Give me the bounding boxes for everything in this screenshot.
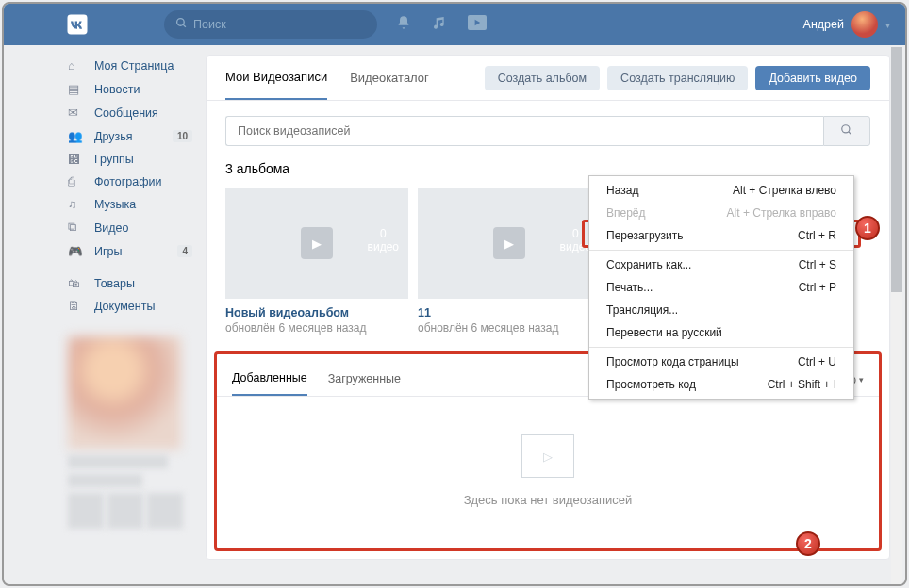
ctx-reload[interactable]: ПерезагрузитьCtrl + R xyxy=(589,224,853,247)
note-icon: ♫ xyxy=(68,198,85,211)
ctx-back[interactable]: НазадAlt + Стрелка влево xyxy=(589,179,853,202)
ctx-save-as[interactable]: Сохранить как...Ctrl + S xyxy=(589,253,853,276)
album-item[interactable]: ▶0видео 11 обновлён 6 месяцев назад xyxy=(418,188,601,335)
home-icon: ⌂ xyxy=(68,59,85,73)
scrollbar[interactable] xyxy=(891,47,902,586)
film-icon: ⧉ xyxy=(68,220,85,235)
sidebar-item-music[interactable]: ♫Музыка xyxy=(68,193,192,216)
sidebar-item-video[interactable]: ⧉Видео xyxy=(68,216,192,239)
sidebar-item-market[interactable]: 🛍Товары xyxy=(68,272,192,295)
vk-logo[interactable] xyxy=(64,11,91,38)
video-play-icon[interactable] xyxy=(468,15,487,30)
sidebar: ⌂Моя Страница ▤Новости ✉Сообщения 👥Друзь… xyxy=(68,55,192,560)
ctx-cast[interactable]: Трансляция... xyxy=(589,299,853,321)
annotation-badge-1: 1 xyxy=(855,216,880,240)
empty-video-icon: ▷ xyxy=(521,434,574,478)
ctx-view-source[interactable]: Просмотр кода страницыCtrl + U xyxy=(589,351,853,373)
chevron-down-icon: ▾ xyxy=(859,375,864,384)
tab-catalog[interactable]: Видеокаталог xyxy=(350,57,429,99)
music-icon[interactable] xyxy=(432,15,447,34)
tab-my-videos[interactable]: Мои Видеозаписи xyxy=(225,56,327,100)
context-menu: НазадAlt + Стрелка влево ВперёдAlt + Стр… xyxy=(588,175,854,400)
user-name: Андрей xyxy=(803,18,844,31)
doc-icon: 🖺 xyxy=(68,300,85,313)
chevron-down-icon: ▾ xyxy=(885,20,890,30)
create-stream-button[interactable]: Создать трансляцию xyxy=(607,66,748,90)
groups-icon: ⵬ xyxy=(68,153,85,166)
video-search-input[interactable] xyxy=(225,116,823,146)
scrollbar-thumb[interactable] xyxy=(891,47,902,292)
create-album-button[interactable]: Создать альбом xyxy=(485,66,600,90)
friends-icon: 👥 xyxy=(68,129,85,143)
sidebar-ad-block xyxy=(68,336,192,529)
sidebar-item-games[interactable]: 🎮Игры4 xyxy=(68,239,192,263)
svg-line-1 xyxy=(183,24,186,27)
play-icon: ▶ xyxy=(493,227,525,259)
video-search-button[interactable] xyxy=(823,116,870,146)
play-icon: ▶ xyxy=(301,227,333,259)
ctx-forward: ВперёдAlt + Стрелка вправо xyxy=(589,202,853,224)
annotation-badge-2: 2 xyxy=(796,531,820,556)
global-search-input[interactable] xyxy=(193,18,366,31)
user-menu[interactable]: Андрей ▾ xyxy=(803,11,890,38)
sidebar-item-groups[interactable]: ⵬Группы xyxy=(68,148,192,171)
add-video-button[interactable]: Добавить видео xyxy=(755,66,870,90)
svg-point-0 xyxy=(177,19,185,26)
sidebar-item-messages[interactable]: ✉Сообщения xyxy=(68,101,192,124)
tab-uploaded[interactable]: Загруженные xyxy=(328,365,401,395)
empty-text: Здесь пока нет видеозаписей xyxy=(464,493,633,507)
sidebar-item-friends[interactable]: 👥Друзья10 xyxy=(68,124,192,148)
avatar xyxy=(851,11,878,38)
sidebar-item-photos[interactable]: ⎙Фотографии xyxy=(68,171,192,193)
sidebar-item-news[interactable]: ▤Новости xyxy=(68,77,192,101)
ctx-inspect[interactable]: Просмотреть кодCtrl + Shift + I xyxy=(589,373,853,396)
camera-icon: ⎙ xyxy=(68,175,85,188)
sidebar-item-my-page[interactable]: ⌂Моя Страница xyxy=(68,55,192,77)
gamepad-icon: 🎮 xyxy=(68,244,85,258)
header-bar: Андрей ▾ xyxy=(4,4,905,45)
message-icon: ✉ xyxy=(68,106,85,120)
sidebar-item-docs[interactable]: 🖺Документы xyxy=(68,295,192,318)
notifications-icon[interactable] xyxy=(396,15,411,34)
svg-point-2 xyxy=(842,124,850,132)
ctx-translate[interactable]: Перевести на русский xyxy=(589,321,853,344)
ctx-print[interactable]: Печать...Ctrl + P xyxy=(589,276,853,299)
svg-line-3 xyxy=(849,131,851,134)
global-search[interactable] xyxy=(164,10,377,39)
album-item[interactable]: ▶0видео Новый видеоальбом обновлён 6 мес… xyxy=(225,188,408,335)
bag-icon: 🛍 xyxy=(68,277,85,290)
news-icon: ▤ xyxy=(68,82,85,96)
tab-added[interactable]: Добавленные xyxy=(232,364,307,396)
search-icon xyxy=(175,17,188,32)
